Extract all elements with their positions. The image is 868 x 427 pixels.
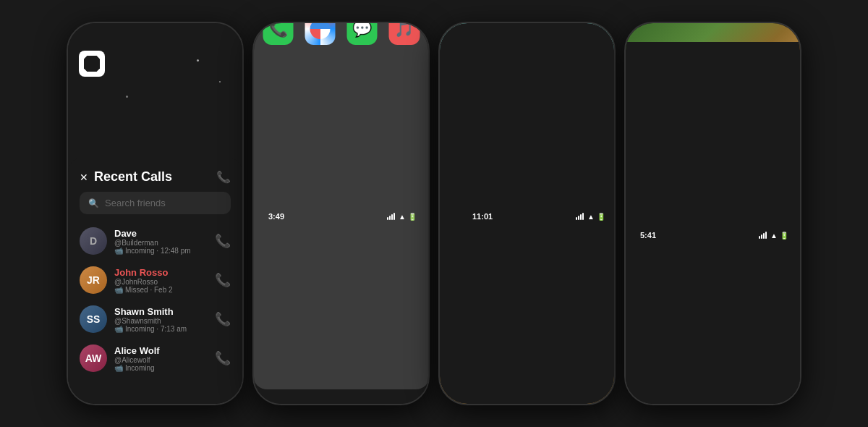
john-avatar: JR <box>80 266 107 294</box>
phone-recent-calls: 9:41 📶 🔋 <box>67 22 244 405</box>
call-item-alice[interactable]: AW Alice Wolf @Alicewolf 📹 Incoming 📞 <box>68 339 242 378</box>
dock-phone-icon[interactable]: 📞 <box>263 22 293 45</box>
shawn-info: Shawn Smith @Shawnsmith 📹 Incoming · 7:1… <box>114 306 208 333</box>
shawn-name: Shawn Smith <box>114 306 208 317</box>
phone3-battery: 🔋 <box>597 213 605 221</box>
john-info: John Rosso @JohnRosso 📹 Missed · Feb 2 <box>114 267 208 294</box>
dave-avatar: D <box>80 227 107 255</box>
john-call-btn[interactable]: 📞 <box>215 272 231 288</box>
phone1-search-placeholder: Search friends <box>105 198 166 208</box>
phone1-close[interactable]: ✕ <box>80 172 88 183</box>
phone1-panel-header: ✕ Recent Calls 📞 <box>68 158 242 192</box>
alice-name: Alice Wolf <box>114 345 208 356</box>
phone1-call-list: D Dave @Builderman 📹 Incoming · 12:48 pm… <box>68 221 242 378</box>
dock-safari-icon[interactable] <box>305 22 335 45</box>
phone-incoming-call: 3:49 ▲ 🔋 Dave <box>252 22 430 405</box>
phone-locations: 5:41 ▲ 🔋 ✕ <box>624 22 801 405</box>
phone1-roblox-icon[interactable] <box>79 51 105 77</box>
dave-handle: @Builderman <box>114 239 208 247</box>
phone1-call-icon[interactable]: 📞 <box>216 170 231 184</box>
dave-info: Dave @Builderman 📹 Incoming · 12:48 pm <box>114 228 208 255</box>
john-detail: 📹 Missed · Feb 2 <box>114 286 208 294</box>
dock-music-icon[interactable]: 🎵 <box>389 22 420 45</box>
phone3-status-bar: 11:01 ▲ 🔋 <box>440 23 616 405</box>
phone4-wifi: ▲ <box>770 232 778 240</box>
alice-avatar: AW <box>80 344 107 372</box>
call-item-dave[interactable]: D Dave @Builderman 📹 Incoming · 12:48 pm… <box>68 221 242 261</box>
phone1-search-bar[interactable]: 🔍 Search friends <box>80 192 231 214</box>
phone4-signal <box>759 232 767 239</box>
phone2-dock: 📞 💬 🎵 <box>252 22 430 389</box>
alice-handle: @Alicewolf <box>114 356 208 364</box>
phone1-title: Recent Calls <box>94 169 172 185</box>
shawn-call-btn[interactable]: 📞 <box>215 311 231 327</box>
alice-info: Alice Wolf @Alicewolf 📹 Incoming <box>114 345 208 372</box>
call-item-shawn[interactable]: SS Shawn Smith @Shawnsmith 📹 Incoming · … <box>68 300 242 339</box>
dave-detail: 📹 Incoming · 12:48 pm <box>114 247 208 255</box>
phone3-signal <box>576 213 584 220</box>
john-name: John Rosso <box>114 267 208 278</box>
shawn-avatar: SS <box>80 305 107 333</box>
dock-messages-icon[interactable]: 💬 <box>347 22 378 45</box>
phones-container: 9:41 📶 🔋 <box>52 7 816 420</box>
alice-call-btn[interactable]: 📞 <box>215 350 231 366</box>
phone4-time: 5:41 <box>640 231 656 240</box>
call-item-john[interactable]: JR John Rosso @JohnRosso 📹 Missed · Feb … <box>68 261 242 300</box>
phone3-time: 11:01 <box>472 212 493 221</box>
phone-video-call: 11:01 ▲ 🔋 D Dave <box>438 22 616 405</box>
search-icon: 🔍 <box>88 198 99 208</box>
dave-call-btn[interactable]: 📞 <box>215 233 231 249</box>
phone4-status-bar: 5:41 ▲ 🔋 <box>626 42 801 405</box>
shawn-detail: 📹 Incoming · 7:13 am <box>114 325 208 333</box>
dave-name: Dave <box>114 228 208 239</box>
phone3-wifi: ▲ <box>587 213 595 221</box>
phone1-panel: ✕ Recent Calls 📞 🔍 Search friends D Dave <box>68 158 242 404</box>
john-handle: @JohnRosso <box>114 278 208 286</box>
shawn-handle: @Shawnsmith <box>114 317 208 325</box>
alice-detail: 📹 Incoming <box>114 364 208 372</box>
phone4-battery: 🔋 <box>780 232 788 240</box>
